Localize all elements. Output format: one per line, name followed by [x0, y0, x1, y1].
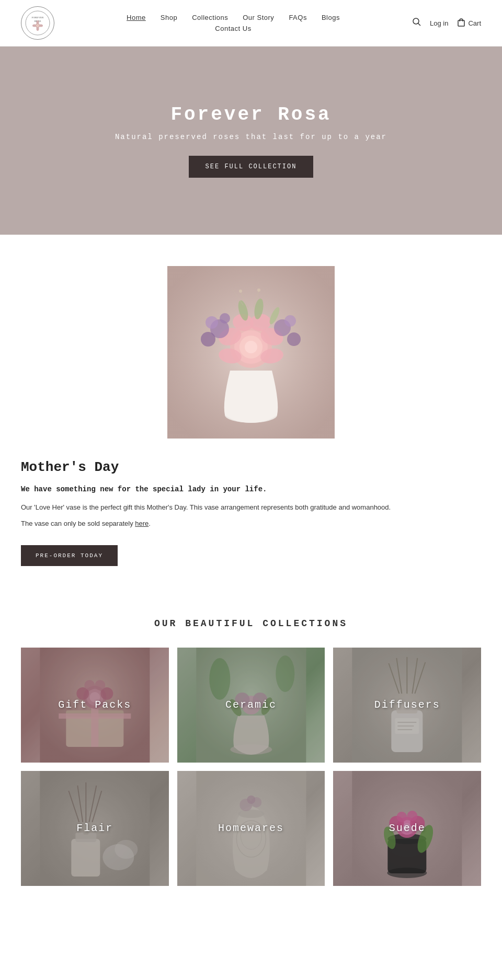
featured-section: Mother's Day We have something new for t… [0, 235, 502, 587]
header-icons: Log in Cart [412, 17, 481, 29]
collection-flair-label: Flair [21, 771, 169, 886]
cart-link[interactable]: Cart [457, 18, 481, 29]
svg-rect-11 [458, 20, 464, 26]
collection-diffusers-label: Diffusers [333, 648, 481, 763]
main-nav: Home Shop Collections Our Story FAQs Blo… [54, 14, 412, 32]
logo-circle: FOREVER HERE [21, 6, 54, 40]
svg-point-31 [287, 332, 301, 346]
featured-body1: Our 'Love Her' vase is the perfect gift … [21, 502, 481, 513]
collection-suede-label: Suede [333, 771, 481, 886]
nav-contact[interactable]: Contact Us [215, 25, 251, 32]
featured-text-block: Mother's Day We have something new for t… [21, 459, 481, 566]
svg-point-5 [37, 27, 39, 31]
featured-body2: The vase can only be sold separately her… [21, 518, 481, 529]
collection-ceramic[interactable]: Ceramic [177, 648, 325, 763]
search-icon [412, 18, 421, 29]
collection-flair[interactable]: Flair [21, 771, 169, 886]
collection-homewares-label: Homewares [177, 771, 325, 886]
site-header: FOREVER HERE Home Shop Collections Our S… [0, 0, 502, 47]
svg-point-27 [220, 313, 230, 324]
hero-subtitle: Natural preserved roses that last for up… [115, 133, 387, 141]
collection-gift-packs[interactable]: Gift Packs [21, 648, 169, 763]
collections-section: OUR BEAUTIFUL COLLECTIONS [0, 587, 502, 917]
logo[interactable]: FOREVER HERE [21, 6, 54, 40]
collection-gift-packs-label: Gift Packs [21, 648, 169, 763]
login-link[interactable]: Log in [430, 19, 448, 27]
nav-collections[interactable]: Collections [192, 14, 228, 21]
svg-point-4 [37, 20, 39, 25]
nav-our-story[interactable]: Our Story [243, 14, 274, 21]
here-link[interactable]: here [135, 520, 149, 527]
collections-section-title: OUR BEAUTIFUL COLLECTIONS [21, 618, 481, 629]
nav-bottom-row: Contact Us [215, 25, 251, 32]
featured-bold-line: We have something new for the special la… [21, 483, 481, 495]
collection-ceramic-label: Ceramic [177, 648, 325, 763]
svg-point-36 [239, 290, 242, 293]
nav-faqs[interactable]: FAQs [289, 14, 307, 21]
collections-grid: Gift Packs [21, 648, 481, 886]
cart-icon [457, 18, 466, 29]
svg-point-6 [32, 25, 37, 27]
svg-point-9 [413, 18, 419, 24]
svg-point-26 [206, 316, 218, 329]
nav-shop[interactable]: Shop [161, 14, 177, 21]
collection-diffusers[interactable]: Diffusers [333, 648, 481, 763]
svg-line-10 [418, 23, 421, 26]
collection-homewares[interactable]: Homewares [177, 771, 325, 886]
hero-title: Forever Rosa [170, 104, 331, 125]
svg-point-18 [245, 341, 257, 353]
cart-label: Cart [468, 19, 481, 27]
see-full-collection-button[interactable]: SEE FULL COLLECTION [189, 156, 314, 178]
featured-heading: Mother's Day [21, 459, 481, 475]
collection-suede[interactable]: Suede [333, 771, 481, 886]
search-button[interactable] [412, 17, 421, 29]
svg-point-7 [39, 25, 43, 27]
hero-section: Forever Rosa Natural preserved roses tha… [0, 47, 502, 235]
svg-text:FOREVER: FOREVER [32, 16, 44, 19]
svg-point-38 [257, 289, 260, 292]
preorder-button[interactable]: PRE-ORDER TODAY [21, 545, 118, 566]
nav-blogs[interactable]: Blogs [322, 14, 340, 21]
nav-top-row: Home Shop Collections Our Story FAQs Blo… [127, 14, 340, 21]
product-image-placeholder [167, 266, 335, 439]
svg-point-29 [284, 315, 296, 327]
featured-image [167, 266, 335, 439]
svg-point-8 [36, 24, 39, 27]
nav-home[interactable]: Home [127, 14, 146, 21]
svg-point-30 [201, 332, 215, 347]
